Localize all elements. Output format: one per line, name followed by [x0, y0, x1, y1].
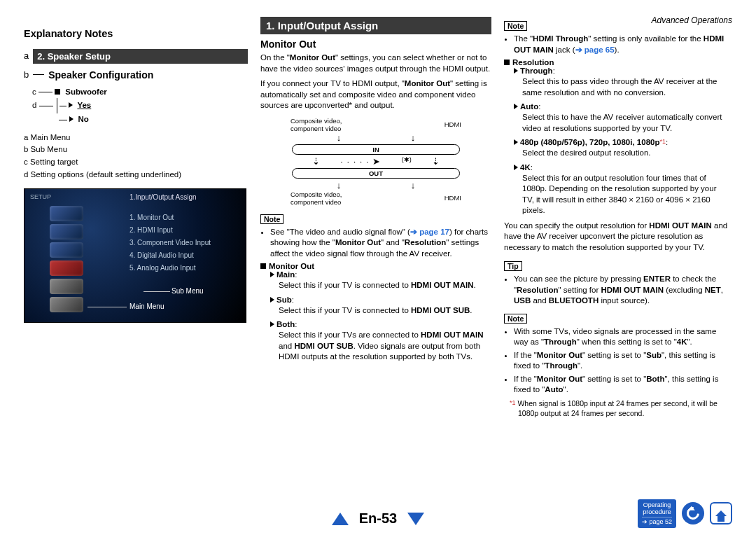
- triangle-bullet-icon: [514, 104, 518, 109]
- home-icon: [715, 510, 727, 516]
- page-link[interactable]: ➔ page 17: [410, 228, 449, 236]
- page-link[interactable]: ➔ page 65: [575, 46, 615, 54]
- triangle-bullet-icon: [270, 321, 274, 327]
- header-section-title: Advanced Operations: [652, 15, 732, 25]
- paragraph: On the "Monitor Out" settings, you can s…: [260, 53, 491, 74]
- triangle-bullet-icon: [514, 139, 518, 145]
- option-tree: c Subwoofer d Yes No: [32, 86, 248, 126]
- sig-top-right: HDMI: [444, 120, 461, 128]
- prev-page-button[interactable]: [332, 513, 349, 525]
- operating-procedure-badge[interactable]: Operating procedure ➔ page 52: [638, 499, 676, 528]
- legend-marker: d: [24, 170, 28, 179]
- shot-pointer-main: Main Menu: [130, 303, 164, 310]
- column-middle: 1. Input/Output Assign Monitor Out On th…: [260, 17, 491, 422]
- footnote: *1 When signal is 1080p input at 24 fram…: [504, 398, 728, 418]
- note-list: The "HDMI Through" setting is only avail…: [504, 34, 728, 55]
- legend-2: Sub Menu: [31, 145, 67, 153]
- footer-right-controls: Operating procedure ➔ page 52: [638, 499, 732, 528]
- speaker-configuration-heading: Speaker Configuration: [48, 69, 153, 81]
- subwoofer-label: Subwoofer: [65, 88, 106, 96]
- sig-bot-left: Composite video, component video: [290, 190, 342, 206]
- column-left: Explanatory Notes a 2. Speaker Setup b S…: [24, 17, 248, 422]
- tip-label: Tip: [504, 261, 522, 271]
- shot-pointer-sub: Sub Menu: [172, 287, 204, 295]
- marker-legend: a Main Menu b Sub Menu c Setting target …: [24, 132, 248, 181]
- note-item: If the "Monitor Out" setting is set to "…: [514, 374, 728, 396]
- triangle-bullet-icon: [514, 165, 518, 170]
- shot-icon: [50, 242, 83, 258]
- square-bullet-icon: [260, 263, 266, 269]
- sig-top-left: Composite video, component video: [290, 117, 342, 132]
- shot-icon: [50, 206, 83, 221]
- note-item: With some TVs, video signals are process…: [514, 326, 728, 348]
- square-bullet-icon: [504, 60, 510, 65]
- tip-list: You can see the picture by pressing ENTE…: [504, 274, 728, 307]
- option-no: No: [78, 115, 88, 123]
- option-4k-desc: Select this for an output resolution fou…: [504, 173, 728, 216]
- tip-item: You can see the picture by pressing ENTE…: [514, 274, 728, 307]
- shot-icon: [50, 260, 83, 276]
- option-sub: Sub:: [260, 296, 491, 304]
- footnote-marker: *1: [659, 138, 666, 145]
- legend-marker: b: [24, 145, 28, 153]
- page-number: En-53: [359, 510, 397, 526]
- column-right: Note The "HDMI Through" setting is only …: [504, 17, 728, 422]
- columns: Explanatory Notes a 2. Speaker Setup b S…: [24, 17, 732, 422]
- legend-4: Setting options (default setting underli…: [31, 170, 181, 179]
- marker-2: b: [24, 69, 29, 80]
- note-item: If the "Monitor Out" setting is set to "…: [514, 350, 728, 372]
- note-item: The "HDMI Through" setting is only avail…: [514, 34, 728, 55]
- legend-marker: c: [24, 158, 28, 166]
- shot-menu-list: 1. Monitor Out 2. HDMI Input 3. Componen…: [130, 211, 211, 275]
- note-label: Note: [260, 214, 284, 224]
- note-item: See "The video and audio signal flow" (➔…: [270, 227, 491, 260]
- note-list: See "The video and audio signal flow" (➔…: [260, 227, 491, 260]
- pointer-line: [88, 307, 127, 307]
- option-through-desc: Select this to pass video through the AV…: [504, 76, 728, 98]
- option-reslist: 480p (480p/576p), 720p, 1080i, 1080p*1:: [504, 138, 728, 146]
- shot-menu-item: 5. Analog Audio Input: [130, 262, 211, 275]
- legend-1: Main Menu: [31, 133, 71, 141]
- resolution-heading: Resolution: [504, 58, 728, 67]
- option-main: Main:: [260, 270, 491, 279]
- sig-star: (✱): [402, 156, 412, 167]
- note-label: Note: [504, 21, 527, 31]
- back-button[interactable]: [682, 502, 704, 524]
- shot-menu-item: 3. Component Video Input: [130, 237, 211, 249]
- home-button[interactable]: [710, 502, 732, 524]
- arrow-down-icon: ⇣: [312, 156, 320, 167]
- shot-menu-item: 1. Monitor Out: [130, 211, 211, 224]
- triangle-bullet-icon: [69, 102, 73, 108]
- sig-out-box: OUT: [292, 168, 460, 179]
- monitor-out-heading: Monitor Out: [260, 262, 491, 270]
- marker-1: a: [24, 50, 29, 61]
- marker-4: d: [32, 101, 36, 109]
- section-subheading: Monitor Out: [260, 39, 491, 50]
- shot-icon-strip: [50, 206, 99, 315]
- option-both: Both:: [260, 320, 491, 328]
- section-title-bar: 1. Input/Output Assign: [260, 17, 491, 34]
- setup-screenshot: SETUP 1.Input/Output Assign 1. Monitor O…: [24, 188, 246, 323]
- arrow-down-icon: ⇣: [432, 156, 440, 167]
- shot-icon: [50, 224, 83, 239]
- speaker-setup-bar: 2. Speaker Setup: [33, 49, 248, 64]
- note-label: Note: [504, 314, 527, 324]
- explanatory-notes-heading: Explanatory Notes: [24, 28, 248, 39]
- signal-flow-diagram: Composite video, component video HDMI ↓↓…: [285, 117, 467, 206]
- shot-menu-item: 2. HDMI Input: [130, 224, 211, 237]
- shot-title: 1.Input/Output Assign: [130, 193, 197, 201]
- legend-marker: a: [24, 133, 28, 141]
- triangle-bullet-icon: [270, 297, 274, 303]
- shot-icon: [50, 279, 83, 294]
- option-main-desc: Select this if your TV is connected to H…: [260, 280, 491, 291]
- shot-icon: [50, 297, 83, 312]
- legend-3: Setting target: [30, 158, 78, 166]
- next-page-button[interactable]: [407, 513, 424, 525]
- option-through: Through:: [504, 67, 728, 75]
- option-both-desc: Select this if your TVs are connected to…: [260, 330, 491, 363]
- triangle-bullet-icon: [69, 116, 74, 122]
- option-auto: Auto:: [504, 102, 728, 111]
- triangle-bullet-icon: [270, 272, 274, 277]
- square-bullet-icon: [55, 89, 60, 95]
- shot-setup-label: SETUP: [30, 193, 51, 200]
